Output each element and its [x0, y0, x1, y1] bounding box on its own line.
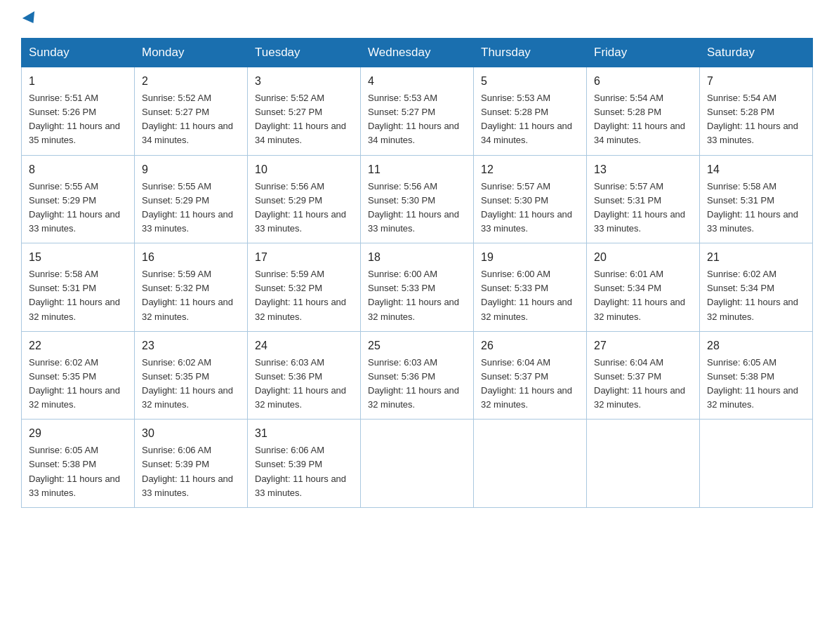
day-info: Sunrise: 6:04 AMSunset: 5:37 PMDaylight:… — [481, 357, 572, 410]
day-info: Sunrise: 5:52 AMSunset: 5:27 PMDaylight:… — [255, 93, 346, 145]
day-number: 23 — [142, 337, 240, 354]
weekday-header-saturday: Saturday — [700, 39, 813, 67]
day-number: 24 — [255, 337, 353, 354]
weekday-header-friday: Friday — [587, 39, 700, 67]
week-row-5: 29Sunrise: 6:05 AMSunset: 5:38 PMDayligh… — [22, 420, 813, 508]
day-number: 19 — [481, 249, 579, 266]
day-info: Sunrise: 5:56 AMSunset: 5:29 PMDaylight:… — [255, 181, 346, 234]
calendar-cell: 2Sunrise: 5:52 AMSunset: 5:27 PMDaylight… — [135, 67, 248, 156]
calendar-cell: 15Sunrise: 5:58 AMSunset: 5:31 PMDayligh… — [22, 243, 135, 332]
calendar-cell: 7Sunrise: 5:54 AMSunset: 5:28 PMDaylight… — [700, 67, 813, 156]
day-info: Sunrise: 5:59 AMSunset: 5:32 PMDaylight:… — [142, 269, 233, 321]
day-info: Sunrise: 5:53 AMSunset: 5:27 PMDaylight:… — [368, 93, 459, 145]
calendar-cell: 17Sunrise: 5:59 AMSunset: 5:32 PMDayligh… — [248, 243, 361, 332]
calendar-cell: 18Sunrise: 6:00 AMSunset: 5:33 PMDayligh… — [361, 243, 474, 332]
day-info: Sunrise: 5:55 AMSunset: 5:29 PMDaylight:… — [142, 181, 233, 234]
day-number: 2 — [142, 73, 240, 90]
day-number: 31 — [255, 425, 353, 442]
day-info: Sunrise: 6:05 AMSunset: 5:38 PMDaylight:… — [707, 357, 798, 410]
day-info: Sunrise: 5:59 AMSunset: 5:32 PMDaylight:… — [255, 269, 346, 321]
day-number: 9 — [142, 161, 240, 178]
day-number: 8 — [29, 161, 127, 178]
calendar-cell — [587, 420, 700, 508]
calendar-cell: 31Sunrise: 6:06 AMSunset: 5:39 PMDayligh… — [248, 420, 361, 508]
calendar-cell: 5Sunrise: 5:53 AMSunset: 5:28 PMDaylight… — [474, 67, 587, 156]
weekday-header-thursday: Thursday — [474, 39, 587, 67]
day-number: 5 — [481, 73, 579, 90]
day-info: Sunrise: 6:01 AMSunset: 5:34 PMDaylight:… — [594, 269, 685, 321]
calendar-cell: 8Sunrise: 5:55 AMSunset: 5:29 PMDaylight… — [22, 155, 135, 243]
calendar-cell: 12Sunrise: 5:57 AMSunset: 5:30 PMDayligh… — [474, 155, 587, 243]
day-info: Sunrise: 6:04 AMSunset: 5:37 PMDaylight:… — [594, 357, 685, 410]
weekday-header-wednesday: Wednesday — [361, 39, 474, 67]
day-number: 25 — [368, 337, 466, 354]
calendar-cell: 13Sunrise: 5:57 AMSunset: 5:31 PMDayligh… — [587, 155, 700, 243]
day-info: Sunrise: 6:06 AMSunset: 5:39 PMDaylight:… — [142, 445, 233, 497]
calendar-cell: 30Sunrise: 6:06 AMSunset: 5:39 PMDayligh… — [135, 420, 248, 508]
calendar-cell: 25Sunrise: 6:03 AMSunset: 5:36 PMDayligh… — [361, 331, 474, 420]
day-number: 4 — [368, 73, 466, 90]
day-info: Sunrise: 6:03 AMSunset: 5:36 PMDaylight:… — [368, 357, 459, 410]
day-number: 3 — [255, 73, 353, 90]
logo — [21, 14, 38, 24]
day-info: Sunrise: 6:02 AMSunset: 5:34 PMDaylight:… — [707, 269, 798, 321]
calendar-cell: 19Sunrise: 6:00 AMSunset: 5:33 PMDayligh… — [474, 243, 587, 332]
calendar-cell — [474, 420, 587, 508]
calendar-cell: 3Sunrise: 5:52 AMSunset: 5:27 PMDaylight… — [248, 67, 361, 156]
weekday-header-monday: Monday — [135, 39, 248, 67]
day-info: Sunrise: 6:00 AMSunset: 5:33 PMDaylight:… — [481, 269, 572, 321]
day-number: 20 — [594, 249, 692, 266]
logo-triangle-icon — [22, 11, 39, 27]
week-row-2: 8Sunrise: 5:55 AMSunset: 5:29 PMDaylight… — [22, 155, 813, 243]
calendar-cell: 9Sunrise: 5:55 AMSunset: 5:29 PMDaylight… — [135, 155, 248, 243]
calendar-cell: 22Sunrise: 6:02 AMSunset: 5:35 PMDayligh… — [22, 331, 135, 420]
calendar-cell: 23Sunrise: 6:02 AMSunset: 5:35 PMDayligh… — [135, 331, 248, 420]
day-number: 7 — [707, 73, 805, 90]
day-number: 27 — [594, 337, 692, 354]
day-info: Sunrise: 6:02 AMSunset: 5:35 PMDaylight:… — [29, 357, 120, 410]
weekday-header-sunday: Sunday — [22, 39, 135, 67]
day-number: 26 — [481, 337, 579, 354]
day-number: 12 — [481, 161, 579, 178]
week-row-1: 1Sunrise: 5:51 AMSunset: 5:26 PMDaylight… — [22, 67, 813, 156]
day-number: 21 — [707, 249, 805, 266]
weekday-header-tuesday: Tuesday — [248, 39, 361, 67]
week-row-4: 22Sunrise: 6:02 AMSunset: 5:35 PMDayligh… — [22, 331, 813, 420]
day-number: 16 — [142, 249, 240, 266]
calendar-cell: 27Sunrise: 6:04 AMSunset: 5:37 PMDayligh… — [587, 331, 700, 420]
calendar-cell: 21Sunrise: 6:02 AMSunset: 5:34 PMDayligh… — [700, 243, 813, 332]
header — [21, 14, 813, 24]
day-number: 13 — [594, 161, 692, 178]
calendar-cell: 20Sunrise: 6:01 AMSunset: 5:34 PMDayligh… — [587, 243, 700, 332]
day-info: Sunrise: 6:00 AMSunset: 5:33 PMDaylight:… — [368, 269, 459, 321]
calendar-cell — [700, 420, 813, 508]
calendar-cell: 1Sunrise: 5:51 AMSunset: 5:26 PMDaylight… — [22, 67, 135, 156]
day-info: Sunrise: 5:53 AMSunset: 5:28 PMDaylight:… — [481, 93, 572, 145]
day-number: 28 — [707, 337, 805, 354]
day-info: Sunrise: 5:58 AMSunset: 5:31 PMDaylight:… — [707, 181, 798, 234]
day-info: Sunrise: 6:02 AMSunset: 5:35 PMDaylight:… — [142, 357, 233, 410]
day-info: Sunrise: 5:58 AMSunset: 5:31 PMDaylight:… — [29, 269, 120, 321]
calendar-cell: 4Sunrise: 5:53 AMSunset: 5:27 PMDaylight… — [361, 67, 474, 156]
day-info: Sunrise: 5:52 AMSunset: 5:27 PMDaylight:… — [142, 93, 233, 145]
day-info: Sunrise: 5:57 AMSunset: 5:31 PMDaylight:… — [594, 181, 685, 234]
day-info: Sunrise: 5:57 AMSunset: 5:30 PMDaylight:… — [481, 181, 572, 234]
day-info: Sunrise: 5:54 AMSunset: 5:28 PMDaylight:… — [707, 93, 798, 145]
calendar-cell: 24Sunrise: 6:03 AMSunset: 5:36 PMDayligh… — [248, 331, 361, 420]
day-info: Sunrise: 6:03 AMSunset: 5:36 PMDaylight:… — [255, 357, 346, 410]
calendar-cell: 29Sunrise: 6:05 AMSunset: 5:38 PMDayligh… — [22, 420, 135, 508]
calendar-cell — [361, 420, 474, 508]
calendar-cell: 11Sunrise: 5:56 AMSunset: 5:30 PMDayligh… — [361, 155, 474, 243]
day-info: Sunrise: 6:06 AMSunset: 5:39 PMDaylight:… — [255, 445, 346, 497]
day-number: 1 — [29, 73, 127, 90]
day-number: 29 — [29, 425, 127, 442]
calendar-cell: 14Sunrise: 5:58 AMSunset: 5:31 PMDayligh… — [700, 155, 813, 243]
day-number: 15 — [29, 249, 127, 266]
day-number: 14 — [707, 161, 805, 178]
day-number: 10 — [255, 161, 353, 178]
day-info: Sunrise: 5:51 AMSunset: 5:26 PMDaylight:… — [29, 93, 120, 145]
week-row-3: 15Sunrise: 5:58 AMSunset: 5:31 PMDayligh… — [22, 243, 813, 332]
day-number: 17 — [255, 249, 353, 266]
day-number: 22 — [29, 337, 127, 354]
day-info: Sunrise: 5:56 AMSunset: 5:30 PMDaylight:… — [368, 181, 459, 234]
